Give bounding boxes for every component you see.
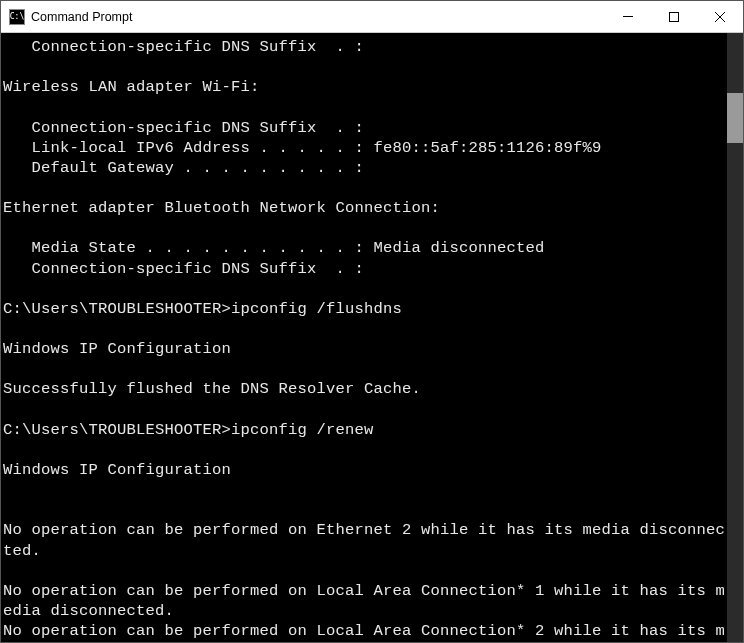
cmd-icon: C:\ (9, 9, 25, 25)
command-prompt-window: C:\ Command Prompt Connection-specific D… (0, 0, 744, 643)
scrollbar-thumb[interactable] (727, 93, 743, 143)
terminal-output[interactable]: Connection-specific DNS Suffix . : Wirel… (1, 33, 727, 642)
window-controls (605, 1, 743, 32)
minimize-icon (623, 16, 633, 17)
minimize-button[interactable] (605, 1, 651, 32)
maximize-button[interactable] (651, 1, 697, 32)
svg-rect-1 (670, 12, 679, 21)
window-title: Command Prompt (31, 10, 605, 24)
svg-rect-0 (623, 16, 633, 17)
terminal-container: Connection-specific DNS Suffix . : Wirel… (1, 33, 743, 642)
maximize-icon (669, 12, 679, 22)
close-icon (715, 12, 725, 22)
titlebar: C:\ Command Prompt (1, 1, 743, 33)
close-button[interactable] (697, 1, 743, 32)
scrollbar[interactable] (727, 33, 743, 642)
